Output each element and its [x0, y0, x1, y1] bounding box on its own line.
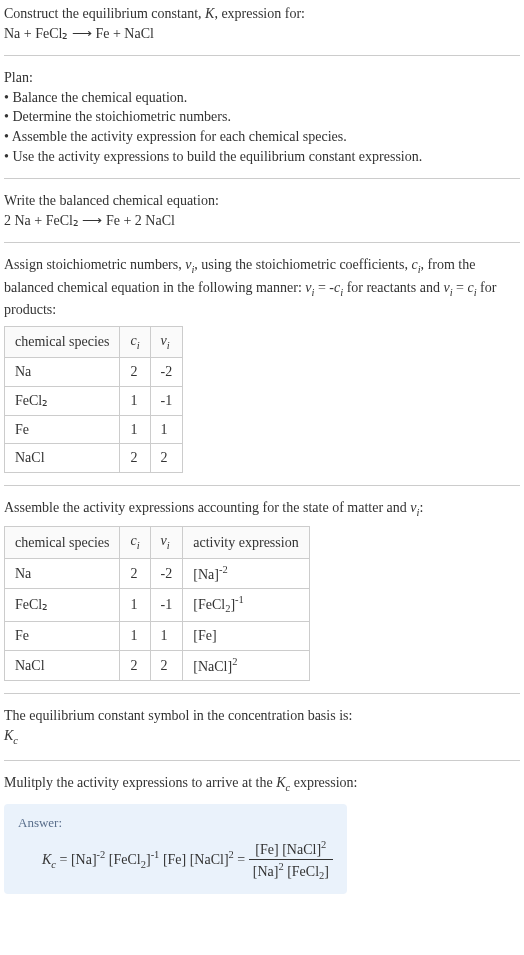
table-header-row: chemical species ci νi [5, 326, 183, 357]
multiply-heading: Mulitply the activity expressions to arr… [4, 773, 520, 795]
activity-expr: [Fe] [183, 622, 309, 651]
balanced-heading: Write the balanced chemical equation: [4, 191, 520, 211]
plan-item: • Determine the stoichiometric numbers. [4, 107, 520, 127]
table-row: Na 2 -2 [5, 358, 183, 387]
stoich-table: chemical species ci νi Na 2 -2 FeCl₂ 1 -… [4, 326, 183, 473]
answer-box: Answer: Kc = [Na]-2 [FeCl2]-1 [Fe] [NaCl… [4, 804, 347, 895]
table-row: Fe 1 1 [5, 415, 183, 444]
col-vi: νi [150, 527, 183, 558]
table-row: FeCl₂ 1 -1 [FeCl2]-1 [5, 588, 310, 621]
problem-header: Construct the equilibrium constant, K, e… [4, 4, 520, 43]
table-row: NaCl 2 2 [NaCl]2 [5, 650, 310, 680]
table-row: Na 2 -2 [Na]-2 [5, 558, 310, 588]
table-row: Fe 1 1 [Fe] [5, 622, 310, 651]
balanced-equation: 2 Na + FeCl₂ ⟶ Fe + 2 NaCl [4, 211, 520, 231]
plan-item: • Use the activity expressions to build … [4, 147, 520, 167]
fraction-denominator: [Na]2 [FeCl2] [249, 860, 333, 884]
answer-expression: Kc = [Na]-2 [FeCl2]-1 [Fe] [NaCl]2 = [Fe… [42, 838, 333, 884]
fraction: [Fe] [NaCl]2 [Na]2 [FeCl2] [249, 838, 333, 884]
stoich-section: Assign stoichiometric numbers, νi, using… [4, 255, 520, 472]
stoich-heading: Assign stoichiometric numbers, νi, using… [4, 255, 520, 320]
col-species: chemical species [5, 527, 120, 558]
divider [4, 178, 520, 179]
plan-heading: Plan: [4, 68, 520, 88]
divider [4, 485, 520, 486]
table-header-row: chemical species ci νi activity expressi… [5, 527, 310, 558]
activity-heading: Assemble the activity expressions accoun… [4, 498, 520, 520]
activity-section: Assemble the activity expressions accoun… [4, 498, 520, 681]
kc-symbol-heading: The equilibrium constant symbol in the c… [4, 706, 520, 726]
kc-symbol-section: The equilibrium constant symbol in the c… [4, 706, 520, 748]
divider [4, 693, 520, 694]
activity-expr: [NaCl]2 [183, 650, 309, 680]
plan-item: • Assemble the activity expression for e… [4, 127, 520, 147]
divider [4, 242, 520, 243]
balanced-section: Write the balanced chemical equation: 2 … [4, 191, 520, 230]
multiply-section: Mulitply the activity expressions to arr… [4, 773, 520, 795]
col-expr: activity expression [183, 527, 309, 558]
plan-section: Plan: • Balance the chemical equation. •… [4, 68, 520, 166]
plan-item: • Balance the chemical equation. [4, 88, 520, 108]
kc-symbol: Kc [4, 726, 520, 748]
table-row: NaCl 2 2 [5, 444, 183, 473]
answer-label: Answer: [18, 814, 333, 832]
activity-table: chemical species ci νi activity expressi… [4, 526, 310, 681]
col-vi: νi [150, 326, 183, 357]
activity-expr: [FeCl2]-1 [183, 588, 309, 621]
activity-expr: [Na]-2 [183, 558, 309, 588]
problem-title: Construct the equilibrium constant, K, e… [4, 4, 520, 24]
divider [4, 760, 520, 761]
table-row: FeCl₂ 1 -1 [5, 386, 183, 415]
col-species: chemical species [5, 326, 120, 357]
divider [4, 55, 520, 56]
col-ci: ci [120, 326, 150, 357]
unbalanced-equation: Na + FeCl₂ ⟶ Fe + NaCl [4, 24, 520, 44]
col-ci: ci [120, 527, 150, 558]
fraction-numerator: [Fe] [NaCl]2 [249, 838, 333, 860]
